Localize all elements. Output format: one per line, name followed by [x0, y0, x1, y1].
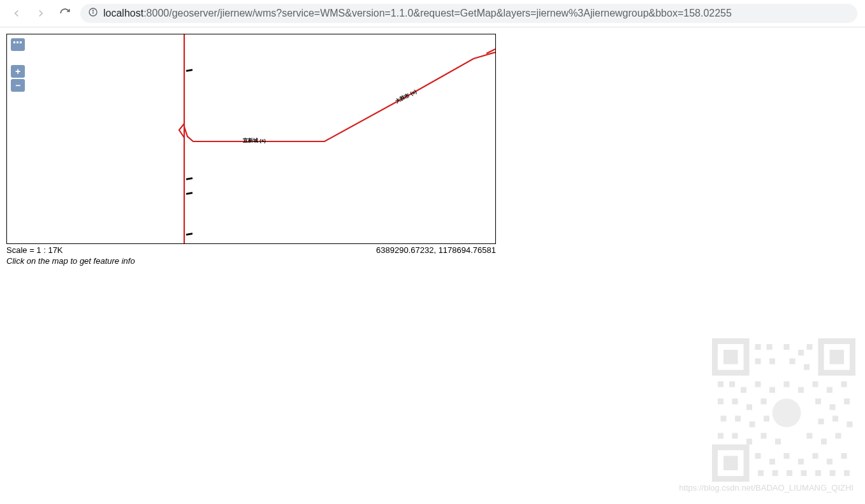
svg-rect-48 [761, 433, 767, 439]
svg-rect-54 [769, 459, 775, 464]
svg-rect-23 [741, 387, 746, 393]
page-content: 宜新城 (s) 大胜市 (s) + − Scale = 1 : 17K 6389… [0, 27, 865, 272]
svg-rect-7 [723, 350, 738, 364]
svg-rect-56 [798, 459, 804, 464]
svg-rect-31 [718, 399, 723, 405]
svg-rect-51 [821, 439, 827, 445]
svg-rect-63 [801, 470, 807, 476]
svg-rect-26 [784, 382, 790, 387]
svg-rect-65 [830, 470, 836, 476]
svg-rect-5 [20, 41, 22, 43]
svg-rect-44 [847, 422, 853, 428]
coordinates-text: 6389290.67232, 1178694.76581 [376, 245, 496, 255]
svg-rect-20 [804, 364, 810, 370]
svg-rect-13 [767, 344, 773, 350]
svg-rect-43 [832, 416, 838, 422]
map-status-bar: Scale = 1 : 17K 6389290.67232, 1178694.7… [6, 244, 496, 255]
svg-rect-30 [841, 382, 847, 387]
svg-rect-15 [798, 350, 804, 356]
svg-rect-16 [807, 344, 813, 350]
svg-rect-21 [718, 382, 723, 387]
svg-point-2 [92, 10, 93, 11]
svg-rect-64 [815, 470, 821, 476]
svg-rect-18 [769, 359, 775, 364]
forward-button[interactable] [32, 4, 50, 22]
svg-rect-3 [13, 41, 15, 43]
svg-rect-45 [718, 433, 723, 439]
svg-rect-58 [827, 459, 832, 464]
svg-rect-57 [813, 453, 818, 459]
svg-rect-61 [773, 470, 778, 476]
back-button[interactable] [8, 4, 25, 22]
svg-rect-27 [798, 387, 804, 393]
svg-rect-17 [755, 359, 761, 364]
svg-rect-42 [818, 419, 824, 424]
svg-rect-50 [807, 433, 813, 439]
watermark-text: https://blog.csdn.net/BADAO_LIUMANG_QIZH… [679, 483, 854, 493]
svg-rect-25 [769, 387, 775, 393]
svg-rect-35 [815, 399, 821, 405]
svg-rect-11 [723, 456, 738, 471]
info-icon [88, 7, 98, 20]
reload-button[interactable] [56, 4, 74, 22]
svg-rect-41 [764, 416, 769, 422]
svg-rect-60 [758, 470, 764, 476]
scale-text: Scale = 1 : 17K [6, 245, 63, 255]
address-bar[interactable]: localhost:8000/geoserver/jiernew/wms?ser… [80, 4, 857, 23]
svg-rect-9 [830, 350, 845, 364]
svg-rect-29 [827, 387, 832, 393]
svg-rect-47 [746, 439, 752, 445]
svg-rect-40 [750, 422, 755, 428]
svg-point-67 [773, 399, 801, 428]
svg-rect-55 [784, 453, 790, 459]
svg-rect-46 [732, 433, 738, 439]
svg-rect-53 [755, 453, 761, 459]
feature-label: 宜新城 (s) [243, 137, 266, 144]
svg-rect-32 [732, 399, 738, 405]
svg-rect-33 [746, 405, 752, 410]
svg-rect-12 [755, 344, 761, 350]
zoom-out-button[interactable]: − [11, 79, 25, 92]
svg-rect-34 [761, 399, 767, 405]
zoom-in-button[interactable]: + [11, 65, 25, 78]
svg-rect-37 [844, 399, 850, 405]
svg-rect-66 [844, 470, 850, 476]
svg-rect-19 [790, 359, 796, 364]
svg-rect-38 [721, 416, 727, 422]
svg-rect-62 [787, 470, 792, 476]
svg-rect-59 [841, 453, 847, 459]
map-viewport[interactable]: 宜新城 (s) 大胜市 (s) + − [6, 34, 496, 244]
svg-rect-49 [775, 439, 781, 445]
map-hint-text: Click on the map to get feature info [6, 255, 859, 266]
browser-toolbar: localhost:8000/geoserver/jiernew/wms?ser… [0, 0, 865, 27]
svg-rect-4 [17, 41, 18, 43]
svg-rect-52 [836, 433, 841, 439]
svg-rect-39 [735, 416, 741, 422]
layer-toggle-button[interactable] [11, 38, 25, 51]
svg-rect-24 [755, 382, 761, 387]
svg-rect-36 [830, 405, 836, 410]
svg-rect-22 [729, 382, 735, 387]
url-text: localhost:8000/geoserver/jiernew/wms?ser… [103, 8, 850, 19]
svg-rect-14 [784, 344, 790, 350]
svg-rect-28 [813, 382, 818, 387]
qr-code-watermark [712, 338, 855, 494]
